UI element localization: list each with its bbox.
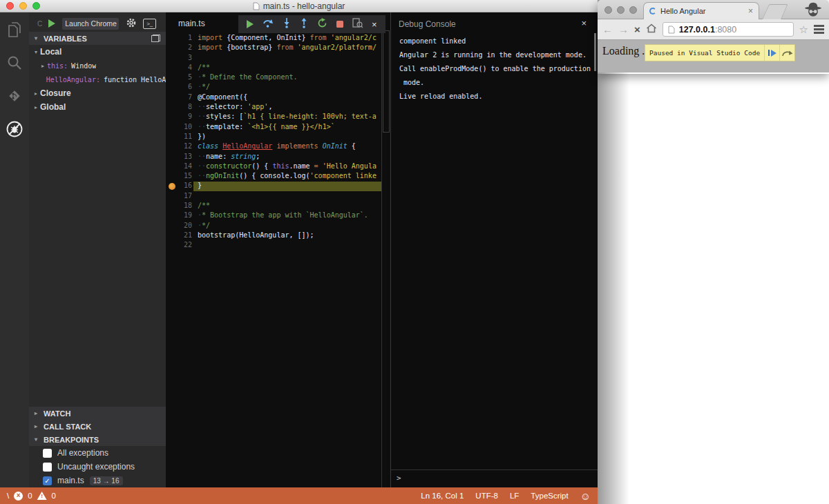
line-number[interactable]: 2 — [166, 43, 192, 52]
menu-icon[interactable] — [814, 25, 824, 34]
debug-config-dropdown[interactable]: Launch Chrome D — [61, 17, 120, 30]
focus-variables-icon[interactable] — [151, 35, 160, 42]
console-scrollbar-thumb[interactable] — [594, 33, 596, 71]
chrome-zoom-button[interactable] — [629, 6, 637, 14]
step-over-icon[interactable] — [263, 18, 274, 31]
variable-row[interactable]: ▸this:Window — [29, 59, 166, 72]
home-icon[interactable] — [646, 23, 657, 36]
line-number[interactable]: 20 — [166, 221, 192, 231]
line-number[interactable]: 11 — [166, 132, 192, 142]
code-line[interactable]: ··name: string; — [198, 152, 381, 162]
checkbox-checked[interactable]: ✓ — [43, 476, 52, 485]
code-line[interactable]: } — [198, 181, 381, 191]
code-line[interactable]: /** — [198, 201, 381, 211]
step-into-icon[interactable] — [283, 18, 291, 31]
code-line[interactable] — [198, 191, 381, 201]
open-console-icon[interactable]: >_ — [143, 19, 156, 29]
checkbox-unchecked[interactable] — [43, 463, 52, 472]
code-line[interactable] — [198, 240, 381, 250]
start-debug-button[interactable] — [48, 19, 55, 28]
continue-button[interactable] — [247, 20, 254, 28]
line-number[interactable]: 21 — [166, 231, 192, 240]
new-tab-button[interactable] — [762, 4, 788, 19]
code-line[interactable]: ·*/ — [198, 82, 381, 92]
bookmark-star-icon[interactable]: ☆ — [799, 24, 808, 35]
chrome-minimize-button[interactable] — [617, 6, 625, 14]
variables-section-header[interactable]: ▾ VARIABLES — [29, 32, 166, 45]
stop-loading-icon[interactable]: × — [634, 24, 640, 35]
call-stack-section-header[interactable]: ▸ CALL STACK — [29, 420, 166, 433]
line-number[interactable]: 15 — [166, 171, 192, 181]
resume-script-button[interactable] — [764, 45, 779, 61]
vscode-titlebar[interactable]: main.ts - hello-angular — [0, 0, 598, 12]
step-over-button[interactable] — [779, 45, 794, 61]
scrollbar-thumb[interactable] — [383, 30, 390, 133]
chrome-close-button[interactable] — [604, 6, 612, 14]
code-line[interactable]: import {Component, OnInit} from 'angular… — [198, 33, 381, 43]
line-number[interactable]: 4 — [166, 63, 192, 72]
git-icon[interactable] — [6, 87, 23, 105]
line-number[interactable]: 18 — [166, 201, 192, 211]
editor[interactable]: main.ts × — [166, 12, 390, 487]
close-editor-icon[interactable]: × — [372, 20, 377, 29]
back-icon[interactable]: ← — [602, 24, 613, 35]
browser-tab[interactable]: Hello Angular × — [643, 2, 759, 19]
close-console-icon[interactable]: × — [581, 18, 587, 28]
code-line[interactable] — [198, 53, 381, 63]
line-number[interactable]: 10 — [166, 122, 192, 132]
forward-icon[interactable]: → — [618, 24, 629, 35]
feedback-smiley-icon[interactable]: ☺ — [580, 490, 591, 502]
console-input-row[interactable]: > — [391, 469, 598, 487]
code-line[interactable]: class HelloAngular implements OnInit { — [198, 142, 381, 151]
error-count[interactable]: 0 — [28, 492, 32, 500]
editor-gutter[interactable]: 12345678910111213141516171819202122 — [166, 33, 192, 251]
line-number[interactable]: 14 — [166, 162, 192, 171]
code-area[interactable]: import {Component, OnInit} from 'angular… — [198, 33, 381, 251]
code-line[interactable]: ·*/ — [198, 221, 381, 231]
variables-scope-row[interactable]: ▾Local — [29, 45, 166, 59]
line-number[interactable]: 19 — [166, 211, 192, 220]
editor-tab-main-ts[interactable]: main.ts — [178, 19, 205, 28]
step-out-icon[interactable] — [300, 18, 308, 31]
address-bar[interactable]: 127.0.0.1:8080 — [663, 22, 794, 37]
line-number[interactable]: 7 — [166, 93, 192, 102]
debug-icon[interactable] — [6, 120, 23, 138]
language-mode[interactable]: TypeScript — [531, 492, 568, 500]
code-line[interactable]: ··constructor() { this.name = 'Hello Ang… — [198, 162, 381, 171]
line-number[interactable]: 3 — [166, 53, 192, 63]
warning-count[interactable]: 0 — [52, 492, 56, 500]
line-number[interactable]: 8 — [166, 102, 192, 112]
code-line[interactable]: ··ngOnInit() { console.log('component li… — [198, 171, 381, 181]
code-line[interactable]: /** — [198, 63, 381, 72]
line-number[interactable]: 1 — [166, 33, 192, 43]
code-line[interactable]: ··selector: 'app', — [198, 102, 381, 112]
eol-indicator[interactable]: LF — [510, 492, 519, 500]
gear-icon[interactable] — [126, 17, 137, 30]
chrome-tabstrip[interactable]: Hello Angular × — [598, 0, 829, 19]
stop-icon[interactable] — [336, 21, 343, 28]
breakpoint-row[interactable]: ✓main.ts13 → 16 — [29, 474, 166, 487]
watch-section-header[interactable]: ▸ WATCH — [29, 407, 166, 420]
variables-scope-row[interactable]: ▸Closure — [29, 86, 166, 100]
line-number[interactable]: 6 — [166, 82, 192, 92]
restart-icon[interactable] — [317, 18, 327, 31]
code-line[interactable]: ·* Bootstrap the app with `HelloAngular`… — [198, 211, 381, 220]
line-number[interactable]: 22 — [166, 240, 192, 250]
branch-glyph[interactable]: \ — [7, 492, 9, 500]
editor-scrollbar[interactable] — [381, 30, 390, 487]
cursor-position[interactable]: Ln 16, Col 1 — [421, 492, 464, 500]
breakpoints-section-header[interactable]: ▾ BREAKPOINTS — [29, 433, 166, 446]
split-editor-icon[interactable] — [352, 18, 363, 31]
code-line[interactable]: ··styles: [`h1 { line-height: 100vh; tex… — [198, 112, 381, 122]
explorer-icon[interactable] — [6, 21, 23, 39]
encoding[interactable]: UTF-8 — [475, 492, 498, 500]
variable-row[interactable]: HelloAngular:function HelloAng… — [29, 72, 166, 86]
close-tab-icon[interactable]: × — [748, 6, 753, 16]
code-line[interactable]: ·* Define the Component. — [198, 72, 381, 82]
code-line[interactable]: }) — [198, 132, 381, 142]
code-line[interactable]: import {bootstrap} from 'angular2/platfo… — [198, 43, 381, 52]
variables-scope-row[interactable]: ▸Global — [29, 100, 166, 114]
breakpoint-row[interactable]: Uncaught exceptions — [29, 460, 166, 474]
line-number[interactable]: 5 — [166, 72, 192, 82]
line-number[interactable]: 17 — [166, 191, 192, 201]
